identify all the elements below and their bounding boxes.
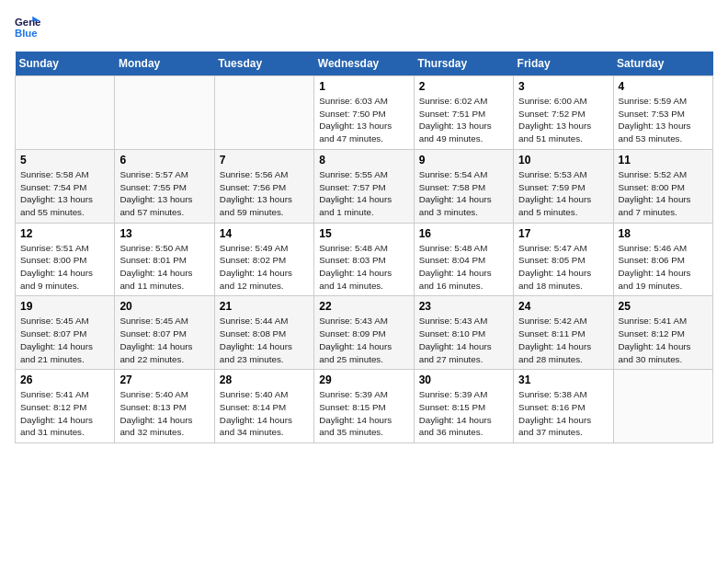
day-info: Sunrise: 5:42 AM Sunset: 8:11 PM Dayligh… [518, 315, 608, 365]
day-info: Sunrise: 5:45 AM Sunset: 8:07 PM Dayligh… [20, 315, 109, 365]
day-info: Sunrise: 5:48 AM Sunset: 8:03 PM Dayligh… [319, 242, 408, 293]
day-number: 26 [20, 373, 109, 386]
day-header-wednesday: Wednesday [314, 52, 414, 76]
calendar-week-3: 12Sunrise: 5:51 AM Sunset: 8:00 PM Dayli… [16, 223, 713, 296]
day-number: 9 [419, 154, 508, 167]
day-header-friday: Friday [514, 52, 613, 76]
calendar-cell: 26Sunrise: 5:41 AM Sunset: 8:12 PM Dayli… [16, 370, 115, 443]
day-number: 7 [220, 154, 309, 167]
day-number: 5 [20, 154, 109, 167]
calendar-cell: 9Sunrise: 5:54 AM Sunset: 7:58 PM Daylig… [414, 149, 513, 223]
day-number: 17 [518, 227, 608, 240]
day-info: Sunrise: 5:59 AM Sunset: 7:53 PM Dayligh… [619, 95, 708, 145]
day-number: 22 [319, 300, 408, 313]
day-info: Sunrise: 5:55 AM Sunset: 7:57 PM Dayligh… [319, 168, 408, 219]
calendar-cell: 3Sunrise: 6:00 AM Sunset: 7:52 PM Daylig… [514, 76, 613, 150]
calendar-cell: 15Sunrise: 5:48 AM Sunset: 8:03 PM Dayli… [314, 223, 414, 296]
calendar-cell: 29Sunrise: 5:39 AM Sunset: 8:15 PM Dayli… [314, 370, 414, 443]
day-info: Sunrise: 6:03 AM Sunset: 7:50 PM Dayligh… [319, 95, 408, 145]
calendar-cell: 6Sunrise: 5:57 AM Sunset: 7:55 PM Daylig… [115, 149, 214, 223]
calendar-cell: 17Sunrise: 5:47 AM Sunset: 8:05 PM Dayli… [514, 223, 613, 296]
calendar-cell: 25Sunrise: 5:41 AM Sunset: 8:12 PM Dayli… [613, 296, 712, 370]
day-number: 2 [419, 80, 508, 93]
day-info: Sunrise: 5:54 AM Sunset: 7:58 PM Dayligh… [419, 168, 508, 219]
day-number: 12 [20, 227, 109, 240]
calendar-cell: 30Sunrise: 5:39 AM Sunset: 8:15 PM Dayli… [414, 370, 513, 443]
day-number: 16 [419, 227, 508, 240]
day-info: Sunrise: 5:48 AM Sunset: 8:04 PM Dayligh… [419, 242, 508, 293]
day-number: 11 [619, 154, 708, 167]
day-info: Sunrise: 5:50 AM Sunset: 8:01 PM Dayligh… [119, 242, 209, 293]
day-info: Sunrise: 5:45 AM Sunset: 8:07 PM Dayligh… [119, 315, 209, 365]
day-number: 14 [220, 227, 309, 240]
day-info: Sunrise: 5:39 AM Sunset: 8:15 PM Dayligh… [419, 388, 508, 439]
day-info: Sunrise: 5:44 AM Sunset: 8:08 PM Dayligh… [220, 315, 309, 365]
calendar-cell: 22Sunrise: 5:43 AM Sunset: 8:09 PM Dayli… [314, 296, 414, 370]
day-info: Sunrise: 5:41 AM Sunset: 8:12 PM Dayligh… [619, 315, 708, 365]
calendar-week-1: 1Sunrise: 6:03 AM Sunset: 7:50 PM Daylig… [16, 76, 713, 150]
calendar-cell [613, 370, 712, 443]
day-info: Sunrise: 5:39 AM Sunset: 8:15 PM Dayligh… [319, 388, 408, 439]
day-info: Sunrise: 6:00 AM Sunset: 7:52 PM Dayligh… [518, 95, 608, 145]
day-info: Sunrise: 5:53 AM Sunset: 7:59 PM Dayligh… [518, 168, 608, 219]
calendar-cell: 8Sunrise: 5:55 AM Sunset: 7:57 PM Daylig… [314, 149, 414, 223]
day-info: Sunrise: 5:56 AM Sunset: 7:56 PM Dayligh… [220, 168, 309, 219]
calendar-cell: 19Sunrise: 5:45 AM Sunset: 8:07 PM Dayli… [16, 296, 115, 370]
calendar-cell: 31Sunrise: 5:38 AM Sunset: 8:16 PM Dayli… [514, 370, 613, 443]
day-header-tuesday: Tuesday [214, 52, 313, 76]
calendar-cell: 7Sunrise: 5:56 AM Sunset: 7:56 PM Daylig… [214, 149, 313, 223]
day-number: 27 [119, 373, 209, 386]
calendar-week-4: 19Sunrise: 5:45 AM Sunset: 8:07 PM Dayli… [16, 296, 713, 370]
day-info: Sunrise: 5:58 AM Sunset: 7:54 PM Dayligh… [20, 168, 109, 219]
day-number: 8 [319, 154, 408, 167]
day-header-saturday: Saturday [613, 52, 712, 76]
calendar-week-2: 5Sunrise: 5:58 AM Sunset: 7:54 PM Daylig… [16, 149, 713, 223]
day-number: 18 [619, 227, 708, 240]
day-info: Sunrise: 5:52 AM Sunset: 8:00 PM Dayligh… [619, 168, 708, 219]
calendar-cell: 21Sunrise: 5:44 AM Sunset: 8:08 PM Dayli… [214, 296, 313, 370]
day-number: 30 [419, 373, 508, 386]
logo-icon: General Blue [15, 15, 40, 40]
calendar-cell: 14Sunrise: 5:49 AM Sunset: 8:02 PM Dayli… [214, 223, 313, 296]
day-number: 25 [619, 300, 708, 313]
day-number: 1 [319, 80, 408, 93]
day-info: Sunrise: 6:02 AM Sunset: 7:51 PM Dayligh… [419, 95, 508, 145]
day-number: 13 [119, 227, 209, 240]
calendar-cell: 10Sunrise: 5:53 AM Sunset: 7:59 PM Dayli… [514, 149, 613, 223]
calendar-cell: 16Sunrise: 5:48 AM Sunset: 8:04 PM Dayli… [414, 223, 513, 296]
calendar-cell [115, 76, 214, 150]
svg-text:General: General [15, 17, 40, 28]
calendar-week-5: 26Sunrise: 5:41 AM Sunset: 8:12 PM Dayli… [16, 370, 713, 443]
day-number: 31 [518, 373, 608, 386]
calendar-cell: 27Sunrise: 5:40 AM Sunset: 8:13 PM Dayli… [115, 370, 214, 443]
calendar-cell: 13Sunrise: 5:50 AM Sunset: 8:01 PM Dayli… [115, 223, 214, 296]
day-info: Sunrise: 5:46 AM Sunset: 8:06 PM Dayligh… [619, 242, 708, 293]
calendar-cell: 28Sunrise: 5:40 AM Sunset: 8:14 PM Dayli… [214, 370, 313, 443]
day-number: 21 [220, 300, 309, 313]
day-info: Sunrise: 5:40 AM Sunset: 8:14 PM Dayligh… [220, 388, 309, 439]
header: General Blue [15, 15, 713, 40]
day-info: Sunrise: 5:40 AM Sunset: 8:13 PM Dayligh… [119, 388, 209, 439]
calendar-cell: 18Sunrise: 5:46 AM Sunset: 8:06 PM Dayli… [613, 223, 712, 296]
calendar-cell: 5Sunrise: 5:58 AM Sunset: 7:54 PM Daylig… [16, 149, 115, 223]
logo: General Blue [15, 15, 44, 40]
day-number: 3 [518, 80, 608, 93]
day-info: Sunrise: 5:38 AM Sunset: 8:16 PM Dayligh… [518, 388, 608, 439]
calendar-cell: 12Sunrise: 5:51 AM Sunset: 8:00 PM Dayli… [16, 223, 115, 296]
day-number: 4 [619, 80, 708, 93]
calendar-table: SundayMondayTuesdayWednesdayThursdayFrid… [15, 52, 713, 443]
day-info: Sunrise: 5:49 AM Sunset: 8:02 PM Dayligh… [220, 242, 309, 293]
day-number: 6 [119, 154, 209, 167]
calendar-cell: 11Sunrise: 5:52 AM Sunset: 8:00 PM Dayli… [613, 149, 712, 223]
day-number: 19 [20, 300, 109, 313]
day-number: 28 [220, 373, 309, 386]
day-number: 10 [518, 154, 608, 167]
calendar-cell [214, 76, 313, 150]
day-info: Sunrise: 5:43 AM Sunset: 8:10 PM Dayligh… [419, 315, 508, 365]
calendar-cell: 20Sunrise: 5:45 AM Sunset: 8:07 PM Dayli… [115, 296, 214, 370]
day-number: 15 [319, 227, 408, 240]
svg-text:Blue: Blue [15, 28, 38, 39]
day-info: Sunrise: 5:57 AM Sunset: 7:55 PM Dayligh… [119, 168, 209, 219]
day-header-monday: Monday [115, 52, 214, 76]
calendar-cell: 1Sunrise: 6:03 AM Sunset: 7:50 PM Daylig… [314, 76, 414, 150]
